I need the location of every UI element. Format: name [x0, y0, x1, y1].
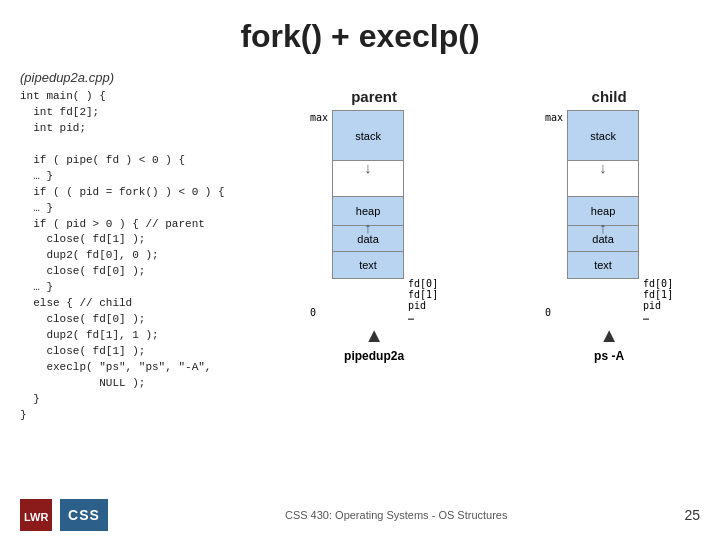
child-label-ellipsis: …	[643, 311, 673, 322]
parent-heap-arrow-up: ↑	[364, 219, 372, 236]
footer-page: 25	[684, 507, 700, 523]
parent-header: parent	[351, 88, 397, 105]
parent-zero-label: 0	[310, 307, 328, 318]
child-name: ps -A	[594, 349, 624, 363]
child-stack: stack	[568, 111, 638, 161]
child-header: child	[592, 88, 627, 105]
child-text: text	[568, 252, 638, 278]
css-logo-text: CSS	[68, 507, 100, 523]
child-bottom-arrow: ▲	[599, 324, 619, 347]
parent-max-label: max	[310, 112, 328, 123]
svg-text:LWR: LWR	[24, 511, 48, 523]
code-block: int main( ) { int fd[2]; int pid; if ( p…	[20, 89, 300, 424]
parent-text: text	[333, 252, 403, 278]
parent-label-ellipsis: …	[408, 311, 438, 322]
child-max-label: max	[545, 112, 563, 123]
footer-course: CSS 430: Operating Systems - OS Structur…	[108, 509, 684, 521]
child-label-fd1: fd[1]	[643, 289, 673, 300]
child-stack-arrow-down: ↓	[599, 159, 607, 176]
parent-stack-arrow-down: ↓	[364, 159, 372, 176]
child-label-fd0: fd[0]	[643, 278, 673, 289]
child-zero-label: 0	[545, 307, 563, 318]
logos: LWR CSS	[20, 499, 108, 531]
code-section: (pipedup2a.cpp) int main( ) { int fd[2];…	[20, 70, 300, 424]
file-label: (pipedup2a.cpp)	[20, 70, 300, 85]
page-title: fork() + execlp()	[0, 0, 720, 65]
parent-label-fd1: fd[1]	[408, 289, 438, 300]
lwr-logo: LWR	[20, 499, 52, 531]
child-label-pid: pid	[643, 300, 673, 311]
parent-label-pid: pid	[408, 300, 438, 311]
child-heap-arrow-up: ↑	[599, 219, 607, 236]
parent-label-fd0: fd[0]	[408, 278, 438, 289]
parent-bottom-arrow: ▲	[364, 324, 384, 347]
bottom-bar: LWR CSS CSS 430: Operating Systems - OS …	[0, 490, 720, 540]
parent-stack: stack	[333, 111, 403, 161]
parent-name: pipedup2a	[344, 349, 404, 363]
css-logo-box: CSS	[60, 499, 108, 531]
